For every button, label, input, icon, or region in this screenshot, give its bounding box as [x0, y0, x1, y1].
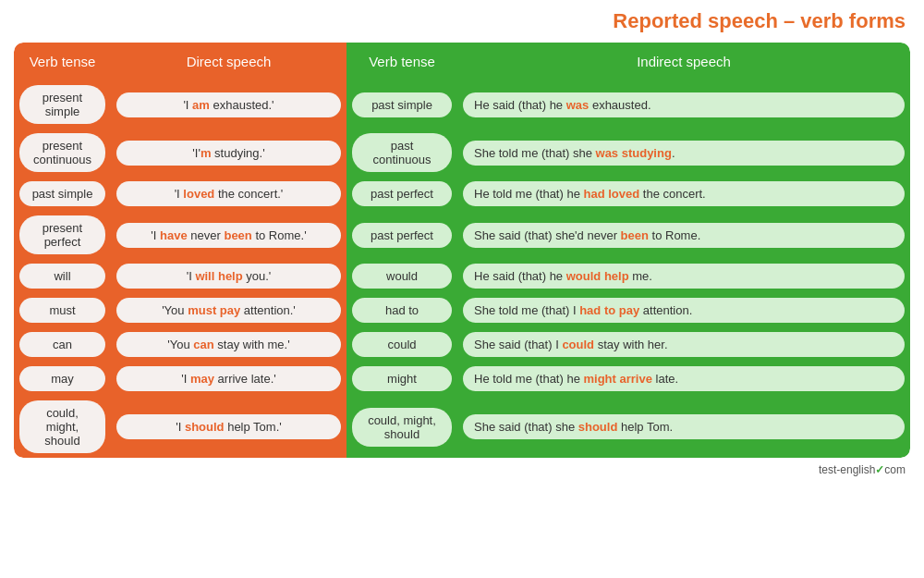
page-title: Reported speech – verb forms — [14, 9, 910, 33]
indirect-speech-9: She said (that) she should help Tom. — [463, 414, 905, 439]
verb-tense-left-6: must — [19, 298, 105, 323]
verb-tense-right-8: might — [352, 366, 452, 391]
table-row: must 'You must pay attention.' had to Sh… — [14, 293, 910, 327]
direct-speech-9: 'I should help Tom.' — [116, 414, 341, 439]
footer-attribution: test-english✓com — [14, 463, 910, 476]
verb-tense-left-8: may — [19, 366, 105, 391]
indirect-speech-2: She told me (that) she was studying. — [463, 141, 905, 166]
header-indirect-speech: Indirect speech — [457, 43, 910, 80]
verb-tense-left-3: past simple — [19, 181, 105, 206]
verb-tense-left-5: will — [19, 264, 105, 289]
header-direct-speech: Direct speech — [111, 43, 346, 80]
verb-tense-right-5: would — [352, 264, 452, 289]
verb-tense-right-4: past perfect — [352, 223, 452, 248]
indirect-speech-1: He said (that) he was exhausted. — [463, 92, 905, 117]
table-row: could, might, should 'I should help Tom.… — [14, 396, 910, 458]
verb-tense-right-2: past continuous — [352, 133, 452, 172]
indirect-speech-5: He said (that) he would help me. — [463, 264, 905, 289]
table-row: will 'I will help you.' would He said (t… — [14, 259, 910, 293]
direct-speech-6: 'You must pay attention.' — [116, 298, 341, 323]
table-row: present continuous 'I'm studying.' past … — [14, 129, 910, 177]
verb-tense-left-4: present perfect — [19, 215, 105, 254]
verb-tense-right-3: past perfect — [352, 181, 452, 206]
header-verb-tense-right: Verb tense — [346, 43, 457, 80]
verb-tense-right-7: could — [352, 332, 452, 357]
indirect-speech-7: She said (that) I could stay with her. — [463, 332, 905, 357]
verb-tense-right-1: past simple — [352, 92, 452, 117]
direct-speech-1: 'I am exhausted.' — [116, 92, 341, 117]
verb-tense-left-7: can — [19, 332, 105, 357]
direct-speech-5: 'I will help you.' — [116, 264, 341, 289]
table-row: present simple 'I am exhausted.' past si… — [14, 80, 910, 129]
indirect-speech-6: She told me (that) I had to pay attentio… — [463, 298, 905, 323]
indirect-speech-8: He told me (that) he might arrive late. — [463, 366, 905, 391]
verb-tense-left-2: present continuous — [19, 133, 105, 172]
table-row: may 'I may arrive late.' might He told m… — [14, 362, 910, 396]
direct-speech-8: 'I may arrive late.' — [116, 366, 341, 391]
indirect-speech-3: He told me (that) he had loved the conce… — [463, 181, 905, 206]
verb-tense-left-1: present simple — [19, 85, 105, 124]
verb-tense-right-9: could, might, should — [352, 408, 452, 447]
table-row: present perfect 'I have never been to Ro… — [14, 211, 910, 259]
direct-speech-3: 'I loved the concert.' — [116, 181, 341, 206]
verb-tense-right-6: had to — [352, 298, 452, 323]
verb-tense-left-9: could, might, should — [19, 400, 105, 453]
direct-speech-7: 'You can stay with me.' — [116, 332, 341, 357]
direct-speech-4: 'I have never been to Rome.' — [116, 223, 341, 248]
table-row: past simple 'I loved the concert.' past … — [14, 177, 910, 211]
table-row: can 'You can stay with me.' could She sa… — [14, 327, 910, 362]
direct-speech-2: 'I'm studying.' — [116, 141, 341, 166]
indirect-speech-4: She said (that) she'd never been to Rome… — [463, 223, 905, 248]
header-verb-tense-left: Verb tense — [14, 43, 111, 80]
